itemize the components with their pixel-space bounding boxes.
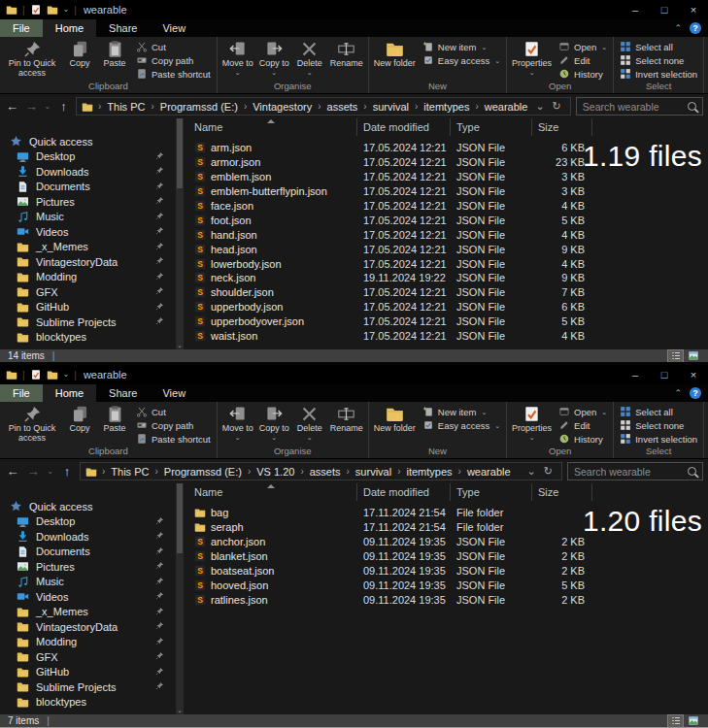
- file-row[interactable]: Supperbody.json17.05.2024 12:21JSON File…: [185, 300, 708, 314]
- copy-button[interactable]: Copy: [62, 405, 97, 434]
- sidebar-item-videos[interactable]: Videos: [0, 224, 185, 240]
- address-bar[interactable]: ›This PC›Programssd (E:)›VS 1.20›assets›…: [80, 462, 562, 480]
- paste-shortcut-button[interactable]: Paste shortcut: [136, 68, 211, 80]
- search-icon[interactable]: [688, 102, 696, 111]
- invert-selection-button[interactable]: Invert selection: [620, 68, 697, 80]
- select-all-button[interactable]: Select all: [620, 41, 697, 52]
- breadcrumb-item-survival[interactable]: survival: [352, 466, 395, 478]
- refresh-icon[interactable]: ↻: [540, 465, 556, 478]
- file-row[interactable]: Sblanket.json09.11.2024 19:35JSON File2 …: [185, 549, 708, 564]
- easy-access-button[interactable]: Easy access⌄: [422, 54, 500, 66]
- column-header-date-modified[interactable]: Date modified: [357, 483, 451, 501]
- file-row[interactable]: Shand.json17.05.2024 12:21JSON File4 KB: [185, 227, 708, 242]
- easy-access-button[interactable]: Easy access⌄: [422, 419, 500, 431]
- copy-path-button[interactable]: Copy path: [136, 419, 211, 431]
- scrollbar-thumb[interactable]: [177, 483, 183, 553]
- cut-button[interactable]: Cut: [136, 406, 211, 417]
- tab-home[interactable]: Home: [43, 384, 96, 402]
- sidebar-item-github[interactable]: GitHub: [0, 665, 185, 680]
- sidebar-item-documents[interactable]: Documents: [0, 180, 185, 195]
- customize-toolbar-icon[interactable]: ⌄: [63, 371, 70, 379]
- sidebar-item-sublime-projects[interactable]: Sublime Projects: [0, 679, 185, 695]
- tab-home[interactable]: Home: [43, 19, 96, 37]
- close-button[interactable]: ×: [679, 365, 708, 384]
- details-view-button[interactable]: [668, 350, 683, 362]
- sidebar-item-modding[interactable]: Modding: [0, 270, 185, 285]
- paste-button[interactable]: Paste: [97, 405, 132, 434]
- collapse-ribbon-icon[interactable]: ⌃: [674, 23, 682, 33]
- rename-button[interactable]: Rename: [327, 405, 366, 434]
- new-folder-shortcut-icon[interactable]: [47, 4, 58, 16]
- file-row[interactable]: Sface.json17.05.2024 12:21JSON File4 KB: [185, 199, 708, 214]
- back-icon[interactable]: ←: [5, 99, 19, 114]
- copy-to-button[interactable]: Copy to⌄: [256, 405, 292, 441]
- scroll-down-icon[interactable]: ⌄: [176, 707, 184, 713]
- breadcrumb-item-vs-1-20[interactable]: VS 1.20: [253, 466, 298, 478]
- history-button[interactable]: History: [558, 68, 607, 80]
- pin-to-quick-access-button[interactable]: Pin to Quick access: [2, 40, 62, 78]
- up-icon[interactable]: ↑: [56, 99, 71, 114]
- move-to-button[interactable]: Move to⌄: [219, 405, 256, 441]
- move-to-button[interactable]: Move to⌄: [219, 40, 256, 76]
- select-none-button[interactable]: Select none: [620, 419, 697, 431]
- sidebar-item-quick-access[interactable]: Quick access: [0, 134, 185, 149]
- invert-selection-button[interactable]: Invert selection: [620, 433, 697, 445]
- back-icon[interactable]: ←: [5, 464, 20, 479]
- sidebar-scrollbar[interactable]: ⌄: [176, 483, 184, 714]
- sidebar-item-music[interactable]: Music: [0, 210, 185, 225]
- pin-to-quick-access-button[interactable]: Pin to Quick access: [2, 405, 62, 443]
- column-header-size[interactable]: Size: [532, 483, 592, 501]
- customize-toolbar-icon[interactable]: ⌄: [63, 6, 70, 14]
- title-bar[interactable]: | ⌄ | wearable – □ ×: [0, 0, 708, 19]
- properties-shortcut-icon[interactable]: [30, 4, 42, 16]
- tab-view[interactable]: View: [150, 384, 198, 402]
- sidebar-item-pictures[interactable]: Pictures: [0, 559, 185, 575]
- maximize-button[interactable]: □: [650, 0, 679, 19]
- sidebar-item-videos[interactable]: Videos: [0, 589, 185, 605]
- sidebar-item-x-memes[interactable]: _x_Memes: [0, 605, 185, 620]
- properties-shortcut-icon[interactable]: [30, 369, 42, 381]
- scroll-down-icon[interactable]: ⌄: [176, 342, 184, 348]
- new-item-button[interactable]: New item⌄: [422, 41, 500, 52]
- properties-button[interactable]: Properties⌄: [509, 40, 555, 76]
- sidebar-item-desktop[interactable]: Desktop: [0, 149, 185, 165]
- breadcrumb-item-itemtypes[interactable]: itemtypes: [420, 101, 473, 113]
- open-button[interactable]: Open⌄: [558, 41, 607, 52]
- select-none-button[interactable]: Select none: [620, 54, 697, 66]
- tab-file[interactable]: File: [0, 19, 43, 37]
- sidebar-item-documents[interactable]: Documents: [0, 545, 185, 560]
- copy-to-button[interactable]: Copy to⌄: [256, 40, 292, 76]
- breadcrumb-item-this-pc[interactable]: This PC: [103, 101, 149, 113]
- address-dropdown-icon[interactable]: ⌄: [523, 465, 540, 478]
- sidebar-scrollbar[interactable]: ⌄: [176, 118, 184, 349]
- column-header-name[interactable]: Name: [185, 118, 357, 136]
- minimize-button[interactable]: –: [621, 0, 650, 19]
- breadcrumb-item-wearable[interactable]: wearable: [463, 466, 515, 478]
- sidebar-item-downloads[interactable]: Downloads: [0, 164, 185, 180]
- column-header-name[interactable]: Name: [185, 483, 357, 501]
- forward-icon[interactable]: →: [24, 99, 39, 114]
- sidebar-item-x-memes[interactable]: _x_Memes: [0, 240, 185, 255]
- column-header-type[interactable]: Type: [451, 118, 532, 136]
- breadcrumb-item-survival[interactable]: survival: [369, 101, 413, 113]
- file-row[interactable]: Shooved.json09.11.2024 19:35JSON File5 K…: [185, 578, 708, 592]
- breadcrumb-item-assets[interactable]: assets: [306, 466, 345, 478]
- copy-path-button[interactable]: Copy path: [136, 54, 211, 66]
- sidebar-item-gfx[interactable]: GFX: [0, 649, 185, 665]
- delete-button[interactable]: Delete⌄: [292, 40, 327, 76]
- address-bar[interactable]: ›This PC›Programssd (E:)›Vintagestory›as…: [76, 97, 571, 116]
- edit-button[interactable]: Edit: [558, 419, 607, 431]
- file-row[interactable]: Semblem-butterflypin.json17.05.2024 12:2…: [185, 184, 708, 199]
- refresh-icon[interactable]: ↻: [549, 100, 565, 113]
- up-icon[interactable]: ↑: [59, 464, 75, 479]
- tab-view[interactable]: View: [150, 19, 198, 37]
- file-row[interactable]: Supperbodyover.json17.05.2024 12:21JSON …: [185, 314, 708, 329]
- select-all-button[interactable]: Select all: [620, 406, 697, 417]
- sidebar-item-quick-access[interactable]: Quick access: [0, 499, 185, 514]
- sidebar-item-blocktypes[interactable]: blocktypes: [0, 695, 185, 711]
- maximize-button[interactable]: □: [650, 365, 679, 384]
- sidebar-item-pictures[interactable]: Pictures: [0, 194, 185, 210]
- file-row[interactable]: Sboatseat.json09.11.2024 19:35JSON File2…: [185, 564, 708, 579]
- title-bar[interactable]: | ⌄ | wearable – □ ×: [0, 365, 708, 384]
- breadcrumb-item-programssd-e[interactable]: Programssd (E:): [160, 466, 246, 478]
